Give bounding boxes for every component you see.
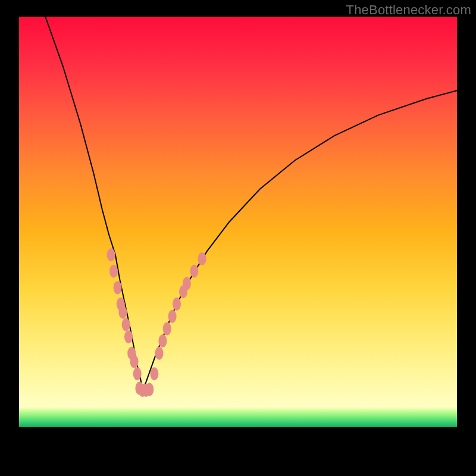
plot-area <box>19 17 457 459</box>
watermark-text: TheBottlenecker.com <box>346 2 471 18</box>
data-dot <box>173 298 181 311</box>
data-dot <box>122 318 130 331</box>
data-dot <box>124 330 133 343</box>
data-dot <box>118 306 127 319</box>
data-dot <box>190 265 198 278</box>
data-dot <box>158 334 167 347</box>
data-dot <box>133 367 142 380</box>
data-dot <box>163 322 171 335</box>
dots-group <box>107 248 206 397</box>
data-dot <box>114 281 122 294</box>
data-dot <box>109 265 118 278</box>
data-dot <box>183 277 191 290</box>
outer-frame: TheBottlenecker.com <box>0 0 476 476</box>
data-dot <box>145 383 154 396</box>
data-dot <box>198 252 206 265</box>
data-dot <box>130 355 139 368</box>
data-dot <box>107 248 115 261</box>
data-dot <box>155 347 164 360</box>
curve-svg-layer <box>19 17 457 459</box>
curve-right-arm <box>143 90 457 390</box>
data-dot <box>168 310 177 323</box>
data-dot <box>150 367 158 380</box>
